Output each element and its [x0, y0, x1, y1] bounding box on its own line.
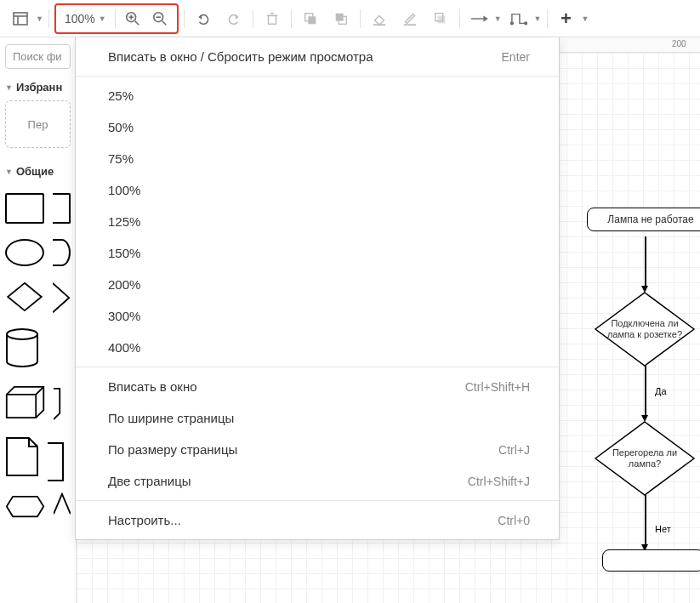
menu-item-fit-reset[interactable]: Вписать в окно / Сбросить режим просмотр…: [76, 41, 559, 72]
triangle-down-icon: ▼: [5, 168, 13, 176]
menu-label: 150%: [108, 246, 140, 260]
separator: [184, 9, 185, 28]
panel-favorites-header[interactable]: ▼ Избранн: [5, 81, 71, 94]
svg-rect-19: [437, 15, 445, 23]
panel-label: Общие: [16, 165, 54, 178]
shape-ellipse[interactable]: [5, 239, 44, 266]
menu-shortcut: Enter: [502, 50, 530, 64]
menu-item-zoom-level[interactable]: 25%: [76, 80, 559, 111]
dropzone-label: Пер: [28, 118, 48, 131]
flowchart-node-start[interactable]: Лампа не работае: [587, 208, 700, 231]
zoom-controls-highlight: 100% ▼: [54, 3, 179, 34]
separator: [547, 9, 548, 28]
flowchart-node-end[interactable]: [602, 549, 700, 572]
menu-item-fit-page[interactable]: По размеру страницы Ctrl+J: [76, 434, 559, 465]
shape-rectangle[interactable]: [5, 193, 44, 224]
separator: [48, 9, 49, 28]
menu-shortcut: Ctrl+Shift+H: [465, 380, 530, 394]
add-button[interactable]: +: [553, 5, 580, 32]
zoom-dropdown-menu: Вписать в окно / Сбросить режим просмотр…: [75, 37, 560, 540]
menu-label: 125%: [108, 214, 140, 229]
flowchart-edge: [645, 236, 646, 287]
svg-rect-14: [308, 16, 316, 24]
undo-button[interactable]: [190, 5, 217, 32]
caret-down-icon: ▼: [534, 14, 542, 23]
menu-item-zoom-level[interactable]: 50%: [76, 111, 559, 143]
shape-cube[interactable]: [5, 384, 45, 421]
menu-item-zoom-level[interactable]: 75%: [76, 143, 559, 174]
menu-label: Вписать в окно: [108, 379, 197, 394]
connection-style-button[interactable]: [465, 5, 492, 32]
svg-line-8: [162, 20, 166, 25]
menu-item-fit-window[interactable]: Вписать в окно Ctrl+Shift+H: [76, 371, 559, 402]
toolbar: ▼ 100% ▼: [0, 0, 700, 37]
separator: [115, 9, 116, 28]
caret-down-icon: ▼: [494, 14, 502, 23]
sidebar: Поиск фи ▼ Избранн Пер ▼ Общие: [0, 37, 77, 603]
menu-item-zoom-level[interactable]: 150%: [76, 237, 559, 269]
svg-rect-0: [14, 13, 27, 25]
shape-document[interactable]: [5, 436, 39, 477]
menu-separator: [76, 76, 559, 77]
zoom-value: 100%: [65, 12, 95, 26]
separator: [360, 9, 361, 28]
menu-label: 200%: [108, 277, 140, 292]
separator: [459, 9, 460, 28]
edge-label-no: Нет: [655, 524, 671, 534]
zoom-dropdown[interactable]: 100% ▼: [60, 12, 111, 26]
svg-point-23: [510, 22, 513, 25]
menu-item-zoom-level[interactable]: 400%: [76, 332, 559, 363]
menu-label: По ширине страницы: [108, 411, 234, 425]
menu-shortcut: Ctrl+0: [498, 514, 530, 527]
menu-item-zoom-level[interactable]: 125%: [76, 206, 559, 237]
menu-item-zoom-level[interactable]: 100%: [76, 174, 559, 206]
svg-rect-10: [268, 15, 276, 24]
node-label: Подключена ли лампа к розетке?: [594, 291, 696, 367]
flowchart-node-decision1[interactable]: Подключена ли лампа к розетке?: [594, 291, 696, 367]
to-front-button[interactable]: [297, 5, 324, 32]
shape-diamond[interactable]: [5, 282, 44, 312]
shape-partial3[interactable]: [54, 387, 71, 418]
delete-button[interactable]: [259, 5, 286, 32]
flowchart-node-decision2[interactable]: Перегорела ли лампа?: [594, 420, 696, 497]
shape-partial2[interactable]: [53, 282, 71, 312]
search-input[interactable]: Поиск фи: [5, 44, 71, 69]
menu-item-custom[interactable]: Настроить... Ctrl+0: [76, 504, 559, 536]
shape-partial4[interactable]: [48, 441, 66, 472]
shape-cylinder[interactable]: [5, 327, 39, 368]
menu-item-zoom-level[interactable]: 200%: [76, 269, 559, 300]
panel-common-header[interactable]: ▼ Общие: [5, 165, 71, 178]
shadow-button[interactable]: [427, 5, 454, 32]
layout-button[interactable]: [7, 5, 34, 32]
svg-marker-22: [483, 15, 487, 21]
svg-line-4: [134, 20, 139, 25]
to-back-button[interactable]: [327, 5, 355, 32]
menu-label: По размеру страницы: [108, 442, 237, 457]
layout-caret-icon: ▼: [36, 14, 43, 23]
menu-label: 300%: [108, 309, 140, 323]
menu-label: 400%: [108, 340, 140, 355]
redo-button[interactable]: [220, 5, 248, 32]
line-color-button[interactable]: [396, 5, 424, 32]
favorites-dropzone[interactable]: Пер: [5, 100, 71, 148]
shape-rounded-rect[interactable]: [53, 193, 71, 224]
svg-marker-29: [7, 438, 37, 475]
shape-partial[interactable]: [53, 239, 71, 266]
menu-item-two-pages[interactable]: Две страницы Ctrl+Shift+J: [76, 465, 559, 497]
menu-label: Вписать в окно / Сбросить режим просмотр…: [108, 49, 373, 64]
svg-marker-25: [8, 283, 42, 310]
menu-label: Две страницы: [108, 474, 191, 488]
caret-down-icon: ▼: [582, 14, 589, 23]
shape-hexagon[interactable]: [5, 495, 45, 521]
zoom-out-button[interactable]: [146, 5, 174, 32]
triangle-down-icon: ▼: [5, 83, 13, 92]
waypoints-button[interactable]: [505, 5, 532, 32]
svg-marker-30: [7, 497, 43, 517]
caret-down-icon: ▼: [99, 14, 106, 23]
shape-triangle[interactable]: [54, 492, 71, 523]
menu-item-zoom-level[interactable]: 300%: [76, 300, 559, 332]
fill-color-button[interactable]: [366, 5, 393, 32]
menu-item-fit-width[interactable]: По ширине страницы: [76, 402, 559, 434]
edge-label-yes: Да: [655, 386, 667, 396]
zoom-in-button[interactable]: [119, 5, 146, 32]
